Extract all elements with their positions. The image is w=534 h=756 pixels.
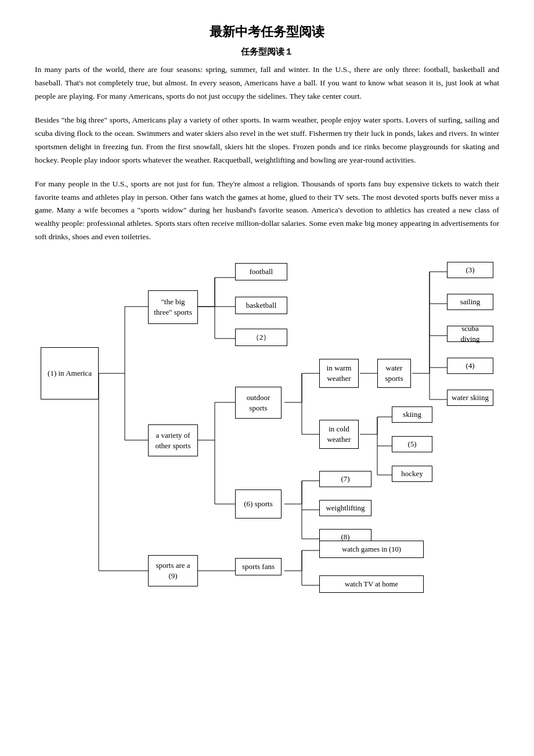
section-title: 任务型阅读１	[35, 46, 499, 57]
box-4: (4)	[447, 358, 493, 374]
box-weightlifting: weightlifting	[319, 500, 371, 516]
article-paragraph-2: Besides "the big three" sports, American…	[35, 114, 499, 167]
box-big3: "the big three" sports	[148, 290, 198, 324]
box-sportsfans: sports fans	[235, 558, 282, 575]
box-waterskiing: water skiing	[447, 390, 493, 406]
box-water: water sports	[377, 359, 411, 388]
box-outdoor: outdoor sports	[235, 387, 282, 419]
box-variety: a variety of other sports	[148, 424, 198, 456]
article-paragraph-3: For many people in the U.S., sports are …	[35, 178, 499, 244]
box-basketball: basketball	[235, 297, 287, 314]
diagram: (1) in America "the big three" sports fo…	[35, 254, 499, 614]
box-7: (7)	[319, 471, 371, 487]
box-football: football	[235, 263, 287, 280]
box-watchtv: watch TV at home	[319, 575, 424, 593]
box-skiing: skiing	[392, 406, 432, 423]
box-hockey: hockey	[392, 466, 432, 482]
box-indoor: (6) sports	[235, 489, 282, 519]
box-cold: in cold weather	[319, 420, 359, 449]
box-5: (5)	[392, 436, 432, 452]
box-2: （2）	[235, 329, 287, 346]
box-sailing: sailing	[447, 294, 493, 310]
box-religion: sports are a (9)	[148, 555, 198, 586]
article-paragraph-1: In many parts of the world, there are fo…	[35, 63, 499, 103]
box-3: (3)	[447, 262, 493, 278]
box-scuba: scuba diving	[447, 326, 493, 342]
page-title: 最新中考任务型阅读	[35, 23, 499, 41]
box-main: (1) in America	[41, 347, 99, 399]
box-watchgames: watch games in (10)	[319, 541, 424, 558]
box-warm: in warm weather	[319, 359, 359, 388]
